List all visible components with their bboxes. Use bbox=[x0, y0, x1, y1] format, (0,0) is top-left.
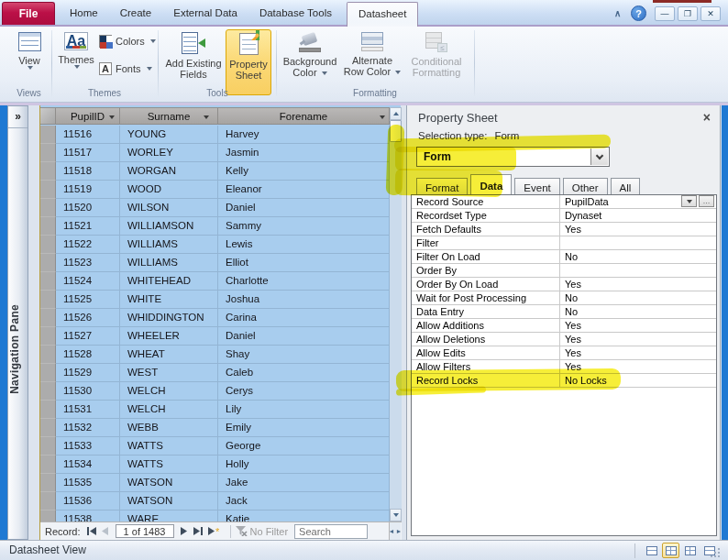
scroll-down-icon[interactable] bbox=[390, 509, 402, 522]
cell[interactable]: Lily bbox=[218, 401, 390, 419]
cell[interactable]: 11538 bbox=[56, 511, 120, 522]
tab-home[interactable]: Home bbox=[59, 2, 109, 25]
cell[interactable]: 11526 bbox=[56, 309, 120, 327]
last-record-button[interactable] bbox=[193, 527, 203, 535]
first-record-button[interactable] bbox=[87, 527, 96, 535]
cell[interactable]: WELCH bbox=[120, 401, 218, 419]
row-selector[interactable] bbox=[40, 199, 56, 217]
cell[interactable]: 11536 bbox=[56, 492, 120, 511]
property-value[interactable]: No bbox=[560, 291, 716, 304]
property-label[interactable]: Record Source bbox=[412, 195, 560, 208]
add-existing-fields-button[interactable]: Add Existing Fields bbox=[163, 29, 224, 80]
combo-dropdown-icon[interactable] bbox=[590, 148, 608, 165]
cell[interactable]: Kelly bbox=[218, 162, 390, 181]
property-label[interactable]: Wait for Post Processing bbox=[412, 291, 560, 304]
cell[interactable]: Katie bbox=[218, 511, 390, 522]
column-header-forename[interactable]: Forename bbox=[218, 108, 390, 124]
next-record-button[interactable] bbox=[181, 527, 188, 535]
themes-button[interactable]: Aa Themes bbox=[55, 29, 97, 69]
row-selector[interactable] bbox=[40, 272, 56, 291]
cell[interactable]: WILSON bbox=[120, 199, 218, 217]
cell[interactable]: 11530 bbox=[56, 382, 120, 401]
row-selector[interactable] bbox=[40, 474, 56, 492]
cell[interactable]: WEBB bbox=[120, 419, 218, 437]
pivot-view-button[interactable] bbox=[681, 543, 699, 558]
combo-dropdown-icon[interactable] bbox=[681, 195, 697, 207]
tab-create[interactable]: Create bbox=[109, 2, 163, 25]
property-value[interactable]: No bbox=[560, 250, 716, 263]
close-icon[interactable]: × bbox=[703, 110, 711, 125]
cell[interactable]: Sammy bbox=[218, 217, 390, 236]
cell[interactable]: WHEELER bbox=[120, 327, 218, 346]
cell[interactable]: George bbox=[218, 437, 390, 456]
property-value[interactable]: Dynaset bbox=[560, 209, 716, 222]
property-label[interactable]: Filter bbox=[412, 236, 560, 249]
property-label[interactable]: Allow Filters bbox=[412, 360, 560, 373]
tab-datasheet[interactable]: Datasheet bbox=[347, 2, 418, 27]
cell[interactable]: Caleb bbox=[218, 364, 390, 382]
property-label[interactable]: Allow Edits bbox=[412, 346, 560, 359]
no-filter-button[interactable]: No Filter bbox=[236, 526, 289, 537]
cell[interactable]: WORGAN bbox=[120, 162, 218, 181]
form-view-button[interactable] bbox=[643, 543, 660, 558]
cell[interactable]: WILLIAMS bbox=[120, 254, 218, 272]
cell[interactable]: 11520 bbox=[56, 199, 120, 217]
help-icon[interactable]: ? bbox=[631, 5, 646, 21]
row-selector[interactable] bbox=[40, 236, 56, 254]
row-selector[interactable] bbox=[40, 492, 56, 511]
cell[interactable]: WHEAT bbox=[120, 346, 218, 364]
colors-button[interactable]: Colors bbox=[99, 35, 156, 48]
row-selector[interactable] bbox=[40, 382, 56, 401]
tab-database-tools[interactable]: Database Tools bbox=[248, 2, 343, 25]
row-selector[interactable] bbox=[40, 254, 56, 272]
cell[interactable]: 11528 bbox=[56, 346, 120, 364]
row-selector[interactable] bbox=[40, 291, 56, 309]
cell[interactable]: Cerys bbox=[218, 382, 390, 401]
property-label[interactable]: Record Locks bbox=[412, 374, 560, 387]
cell[interactable]: 11533 bbox=[56, 437, 120, 456]
cell[interactable]: Carina bbox=[218, 309, 390, 327]
property-value[interactable]: No bbox=[560, 305, 716, 318]
row-selector[interactable] bbox=[40, 144, 56, 162]
cell[interactable]: Shay bbox=[218, 346, 390, 364]
cell[interactable]: WOOD bbox=[120, 181, 218, 199]
alternate-row-color-button[interactable]: Alternate Row Color bbox=[342, 29, 403, 77]
property-value[interactable]: Yes bbox=[560, 360, 716, 373]
previous-record-button[interactable] bbox=[102, 527, 109, 535]
property-value[interactable]: No Locks bbox=[560, 374, 716, 387]
property-value[interactable] bbox=[560, 264, 716, 277]
property-sheet-button[interactable]: Property Sheet bbox=[226, 29, 271, 95]
scrollbar-thumb[interactable] bbox=[390, 120, 402, 142]
row-selector[interactable] bbox=[40, 419, 56, 437]
chevron-down-icon[interactable] bbox=[380, 115, 385, 119]
cell[interactable]: Jake bbox=[218, 474, 390, 492]
cell[interactable]: Jasmin bbox=[218, 144, 390, 162]
cell[interactable]: Lewis bbox=[218, 236, 390, 254]
property-value[interactable]: Yes bbox=[560, 278, 716, 291]
resize-grip[interactable] bbox=[711, 548, 720, 557]
cell[interactable]: 11518 bbox=[56, 162, 120, 181]
property-label[interactable]: Recordset Type bbox=[412, 209, 560, 222]
property-value[interactable] bbox=[560, 236, 716, 249]
property-label[interactable]: Order By On Load bbox=[412, 278, 560, 291]
chevron-down-icon[interactable] bbox=[109, 115, 115, 119]
property-value[interactable]: Yes bbox=[560, 333, 716, 346]
restore-button[interactable]: ❐ bbox=[678, 6, 698, 21]
select-all-cell[interactable] bbox=[40, 108, 56, 124]
cell[interactable]: 11531 bbox=[56, 401, 120, 419]
cell[interactable]: 11535 bbox=[56, 474, 120, 492]
cell[interactable]: Harvey bbox=[218, 126, 390, 144]
cell[interactable]: Charlotte bbox=[218, 272, 390, 291]
row-selector[interactable] bbox=[40, 126, 56, 144]
property-label[interactable]: Filter On Load bbox=[412, 250, 560, 263]
row-selector[interactable] bbox=[40, 327, 56, 346]
cell[interactable]: Daniel bbox=[218, 199, 390, 217]
row-selector[interactable] bbox=[40, 309, 56, 327]
cell[interactable]: 11527 bbox=[56, 327, 120, 346]
cell[interactable]: Joshua bbox=[218, 291, 390, 309]
cell[interactable]: WHIDDINGTON bbox=[120, 309, 218, 327]
minimize-ribbon-icon[interactable]: ∧ bbox=[614, 8, 627, 18]
cell[interactable]: 11516 bbox=[56, 126, 120, 144]
row-selector[interactable] bbox=[40, 401, 56, 419]
cell[interactable]: WATSON bbox=[120, 492, 218, 511]
